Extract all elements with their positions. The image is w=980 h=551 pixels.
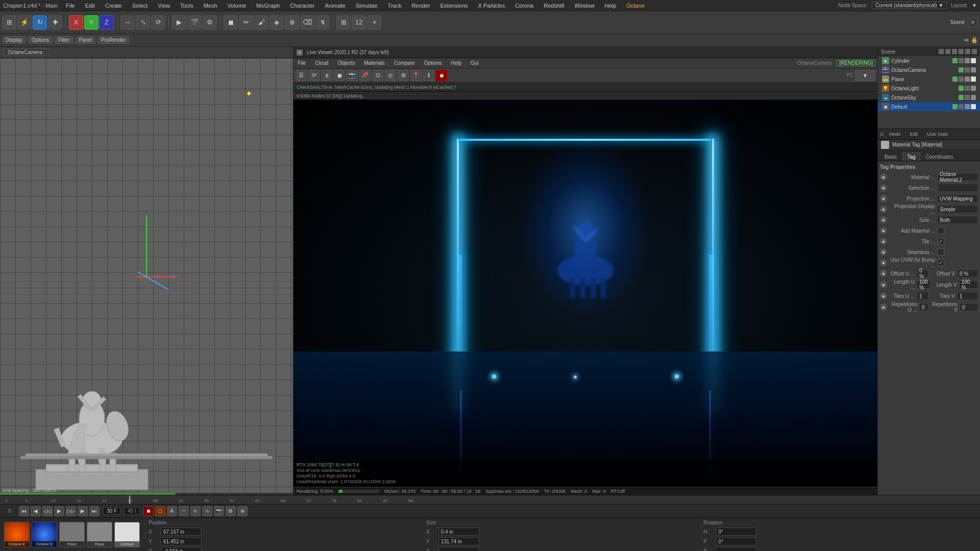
scene-panel-icon3[interactable] (952, 49, 957, 54)
oct-menu-materials[interactable]: Materials (362, 59, 387, 67)
prop-value-tilesv[interactable]: 1 (957, 292, 978, 300)
prop-icon-tile[interactable]: ● (880, 238, 887, 245)
material-thumb-octane1[interactable]: Octane E (4, 522, 30, 547)
viewport-canvas[interactable]: ✦ Grid Spacing : 3937.008 in (0, 58, 293, 495)
scene-item-default[interactable]: ◼ Default (878, 102, 980, 111)
prop-checkbox-addmaterial[interactable] (937, 227, 944, 234)
prop-icon-offsetu[interactable]: ● (880, 270, 887, 277)
prop-icon-uvwbump[interactable]: ● (880, 259, 887, 266)
oct-pause-btn[interactable]: ⏸ (321, 70, 332, 81)
tl-record-btn[interactable]: ⏺ (143, 506, 154, 516)
oct-menu-cloud[interactable]: Cloud (313, 59, 330, 67)
rot-h-input[interactable] (716, 528, 756, 536)
tl-play-btn[interactable]: ▶ (54, 506, 64, 516)
menu-render[interactable]: Render (410, 2, 432, 10)
toolbar-z-axis[interactable]: Z (100, 15, 114, 30)
toolbar-rotate[interactable]: ⟳ (151, 15, 165, 30)
vp-options-btn[interactable]: Options (28, 36, 53, 44)
toolbar-move[interactable]: ↔ (120, 15, 135, 30)
oct-menu-objects[interactable]: Objects (335, 59, 357, 67)
prop-value-selection[interactable] (937, 184, 978, 192)
oct-info-btn[interactable]: ℹ (423, 70, 434, 81)
menu-edit[interactable]: Edit (83, 2, 97, 10)
toolbar-render[interactable]: 🎬 (187, 15, 202, 30)
prop-icon-tilesu[interactable]: ● (880, 292, 887, 299)
toolbar-icons2[interactable]: ◈ (270, 15, 284, 30)
props-mode-btn[interactable]: Mode (886, 131, 904, 138)
layout-value[interactable]: ▼ (972, 3, 977, 8)
tl-motion-btn[interactable]: ~ (179, 506, 189, 516)
octane-close-button[interactable]: ✕ (297, 49, 303, 56)
lock-btn[interactable]: 🔒 (971, 37, 978, 43)
pos-y-input[interactable] (161, 537, 202, 545)
oct-menu-icon[interactable]: ☰ (296, 70, 307, 81)
prop-value-lengthv[interactable]: 100 % (959, 281, 978, 289)
toolbar-icon-3[interactable]: ↻ (33, 15, 47, 30)
menu-corona[interactable]: Corona (513, 2, 535, 10)
toolbar-cube[interactable]: ◼ (224, 15, 238, 30)
toolbar-icon-extra3[interactable]: ⌖ (367, 15, 381, 30)
tl-camera-btn[interactable]: 📷 (214, 506, 224, 516)
prop-icon-projdisplay[interactable]: ● (880, 206, 887, 213)
toolbar-render-preview[interactable]: ▶ (172, 15, 186, 30)
oct-focus-btn[interactable]: ◎ (385, 70, 396, 81)
toolbar-render-settings[interactable]: ⚙ (203, 15, 217, 30)
prop-icon-projection[interactable]: ● (880, 195, 887, 202)
menu-mograph[interactable]: MoGraph (254, 2, 282, 10)
prop-value-repsv[interactable]: 0 (960, 303, 978, 311)
scene-item-octanesky[interactable]: ☁ OctaneSky (878, 93, 980, 102)
octane-render-canvas[interactable]: RTX 2060 Ti[DT][7.5] %:99 T:4 Out-of-cor… (293, 100, 877, 487)
oct-grid-btn[interactable]: ⊞ (398, 70, 409, 81)
tl-curve-btn[interactable]: ∿ (202, 506, 212, 516)
vp-display-btn[interactable]: Display (2, 36, 26, 44)
scene-item-plane[interactable]: ▬ Plane (878, 74, 980, 84)
scene-item-octanecamera[interactable]: 📷 OctaneCamera (878, 65, 980, 74)
menu-extensions[interactable]: Extensions (438, 2, 470, 10)
toolbar-icon-extra2[interactable]: 12 (352, 15, 366, 30)
prop-value-material[interactable]: Octane Material.2 (937, 173, 978, 181)
tl-key-btn[interactable]: ⬡ (155, 506, 165, 516)
pos-x-input[interactable] (161, 528, 202, 536)
prop-value-projdisplay[interactable]: Simple (937, 205, 978, 213)
toolbar-scale[interactable]: ⤡ (136, 15, 150, 30)
material-thumb-octane2[interactable]: Octane E (32, 522, 57, 547)
menu-file[interactable]: File (64, 2, 77, 10)
oct-camera-lock-btn[interactable]: 📷 (347, 70, 358, 81)
menu-volume[interactable]: Volume (226, 2, 249, 10)
menu-simulate[interactable]: Simulate (354, 2, 380, 10)
menu-tools[interactable]: Tools (178, 2, 195, 10)
oct-location-btn[interactable]: 📍 (410, 70, 422, 81)
tl-play-reverse-btn[interactable]: ◁◁ (42, 506, 53, 516)
prop-icon-material[interactable]: ● (880, 173, 887, 181)
rp-mode[interactable]: ≡ (968, 17, 978, 28)
vp-prorender-btn[interactable]: ProRender (97, 36, 129, 44)
props-userdata-btn[interactable]: User Data (923, 131, 951, 138)
menu-track[interactable]: Track (386, 2, 404, 10)
oct-menu-gui[interactable]: Gui (469, 59, 481, 67)
oct-menu-file[interactable]: File (296, 59, 308, 67)
menu-select[interactable]: Select (130, 2, 150, 10)
oct-run-btn[interactable]: ⟳ (308, 70, 320, 81)
props-tab-tag[interactable]: Tag (902, 153, 920, 161)
prop-icon-side[interactable]: ● (880, 216, 887, 223)
oct-region-btn[interactable]: ⊡ (372, 70, 383, 81)
oct-record-btn[interactable]: ⏺ (436, 70, 447, 81)
menu-animate[interactable]: Animate (323, 2, 347, 10)
current-frame-display[interactable]: 30 F (103, 507, 120, 515)
scene-manager-btn[interactable]: Scene (950, 19, 965, 25)
prop-icon-seamless[interactable]: ● (880, 248, 887, 256)
expand-btn[interactable]: ⇔ (964, 37, 969, 43)
tl-layer-btn[interactable]: ≡ (190, 506, 201, 516)
node-space-value[interactable]: Current (standard/physical) ▼ (872, 2, 947, 9)
size-z-input[interactable] (438, 547, 479, 551)
oct-stop-btn[interactable]: ⏹ (334, 70, 345, 81)
prop-value-repsu[interactable]: 0 (919, 303, 928, 311)
tl-prev-frame-btn[interactable]: ◀ (31, 506, 41, 516)
toolbar-icons3[interactable]: ⊕ (285, 15, 299, 30)
oct-menu-options[interactable]: Options (422, 59, 444, 67)
oct-menu-help[interactable]: Help (449, 59, 463, 67)
vp-panel-btn[interactable]: Panel (76, 36, 96, 44)
scene-panel-icon1[interactable] (939, 49, 944, 54)
rot-p-input[interactable] (716, 537, 756, 545)
size-y-input[interactable] (438, 537, 479, 545)
